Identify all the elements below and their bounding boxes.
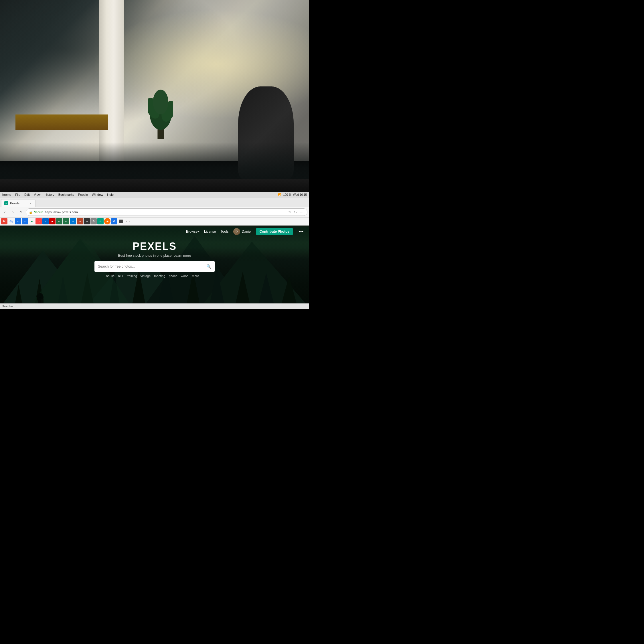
secure-icon: 🔒 (29, 211, 32, 214)
app14-icon[interactable]: ⬛ (118, 218, 124, 224)
app7-icon[interactable]: M (70, 218, 76, 224)
pexels-website: Browse ▾ License Tools D Daniel Contribu… (0, 226, 309, 309)
tab-title: Pexels (10, 202, 19, 205)
macos-menubar: hrome File Edit View History Bookmarks P… (0, 192, 309, 198)
license-button[interactable]: License (204, 230, 216, 234)
chevron-down-icon: ▾ (198, 230, 199, 233)
calendar2-icon[interactable]: 16 (22, 218, 28, 224)
url-address: https://www.pexels.com (45, 210, 78, 214)
menubar-app[interactable]: hrome (2, 193, 11, 196)
statusbar-text: Searches (2, 305, 13, 308)
more-options-button[interactable]: ••• (297, 229, 305, 234)
desk-surface (15, 114, 108, 130)
app2-icon[interactable]: D (35, 218, 42, 224)
quick-search-tags: house blur training vintage meeting phon… (0, 274, 309, 278)
pexels-logo: PEXELS (0, 240, 309, 252)
tag-meeting[interactable]: meeting (154, 274, 165, 278)
search-input[interactable] (98, 264, 204, 268)
search-bar[interactable]: 🔍 (94, 261, 215, 272)
app8-icon[interactable]: M (77, 218, 83, 224)
user-menu[interactable]: D Daniel (233, 228, 252, 235)
username-label: Daniel (242, 230, 252, 234)
menubar-status-area: 📶 100 % Wed 16:15 (278, 193, 307, 196)
battery-icon: 100 % (283, 193, 291, 196)
extensions-icon[interactable]: ⋯ (299, 210, 304, 215)
menubar-view[interactable]: View (34, 193, 41, 196)
svg-rect-26 (41, 299, 44, 303)
menubar-history[interactable]: History (45, 193, 54, 196)
browser-frame: hrome File Edit View History Bookmarks P… (0, 192, 309, 309)
gmail-icon[interactable]: M (1, 218, 7, 224)
search-icon: 🔍 (206, 264, 211, 269)
tag-wood[interactable]: wood (181, 274, 188, 278)
pexels-nav: Browse ▾ License Tools D Daniel Contribu… (0, 226, 309, 238)
app9-icon[interactable]: M (84, 218, 90, 224)
gdrive-icon[interactable]: ◎ (8, 218, 14, 224)
app11-icon[interactable]: ✓ (97, 218, 104, 224)
app1-icon[interactable]: ● (29, 218, 35, 224)
more-extensions-btn[interactable]: ⋯ (125, 218, 131, 224)
tag-blur[interactable]: blur (118, 274, 123, 278)
menubar-people[interactable]: People (78, 193, 88, 196)
app4-icon[interactable]: ▶ (49, 218, 56, 224)
tag-phone[interactable]: phone (169, 274, 178, 278)
app10-icon[interactable]: ⚙ (90, 218, 97, 224)
office-pillar (99, 0, 124, 161)
pexels-hero-section: PEXELS Best free stock photos in one pla… (0, 238, 309, 281)
bookmark-icon[interactable]: ☆ (287, 210, 292, 215)
tag-vintage[interactable]: vintage (141, 274, 151, 278)
tools-button[interactable]: Tools (220, 230, 228, 234)
learn-more-link[interactable]: Learn more (173, 254, 191, 258)
contribute-photos-button[interactable]: Contribute Photos (256, 228, 293, 235)
menubar-file[interactable]: File (15, 193, 20, 196)
app13-icon[interactable]: G (111, 218, 117, 224)
menubar-window[interactable]: Window (92, 193, 103, 196)
tag-training[interactable]: training (127, 274, 137, 278)
search-container: 🔍 (0, 261, 309, 272)
svg-point-27 (38, 293, 42, 298)
pexels-tagline: Best free stock photos in one place. Lea… (0, 254, 309, 258)
calendar-icon[interactable]: 20 (15, 218, 21, 224)
app6-icon[interactable]: M (63, 218, 69, 224)
monitor-bezel (0, 179, 309, 191)
tab-favicon: P (4, 201, 8, 205)
tag-house[interactable]: house (106, 274, 114, 278)
svg-point-4 (153, 90, 169, 114)
app5-icon[interactable]: M (56, 218, 62, 224)
wifi-icon: 📶 (278, 193, 281, 196)
address-bar[interactable]: 🔒 Secure https://www.pexels.com ☆ 🛡 ⋯ (26, 208, 307, 216)
app12-icon[interactable]: ◉ (104, 218, 110, 224)
browse-button[interactable]: Browse ▾ (186, 230, 199, 234)
tab-bar: P Pexels × (0, 198, 309, 207)
browser-tab[interactable]: P Pexels × (1, 199, 35, 207)
app3-icon[interactable]: P (42, 218, 49, 224)
office-plant (148, 62, 173, 155)
secure-label: Secure (34, 211, 43, 214)
shield-icon: 🛡 (293, 210, 298, 215)
statusbar-bottom: Searches (0, 303, 309, 309)
menubar-bookmarks[interactable]: Bookmarks (58, 193, 74, 196)
scene-bottom-fade (0, 142, 309, 185)
toolbar-icons-row: M ◎ 20 16 ● D P ▶ M M M M M ⚙ ✓ ◉ G ⬛ ⋯ (0, 218, 309, 226)
url-right-icons: ☆ 🛡 ⋯ (287, 210, 304, 215)
refresh-button[interactable]: ↻ (18, 209, 24, 215)
back-button[interactable]: ‹ (2, 209, 8, 215)
menubar-help[interactable]: Help (107, 193, 114, 196)
user-avatar: D (233, 228, 240, 235)
more-tags-button[interactable]: more → (192, 274, 203, 278)
forward-button[interactable]: › (10, 209, 16, 215)
tab-close-button[interactable]: × (28, 201, 32, 205)
url-bar-area: ‹ › ↻ 🔒 Secure https://www.pexels.com ☆ … (0, 207, 309, 218)
clock: Wed 16:15 (293, 193, 307, 196)
menubar-edit[interactable]: Edit (24, 193, 30, 196)
